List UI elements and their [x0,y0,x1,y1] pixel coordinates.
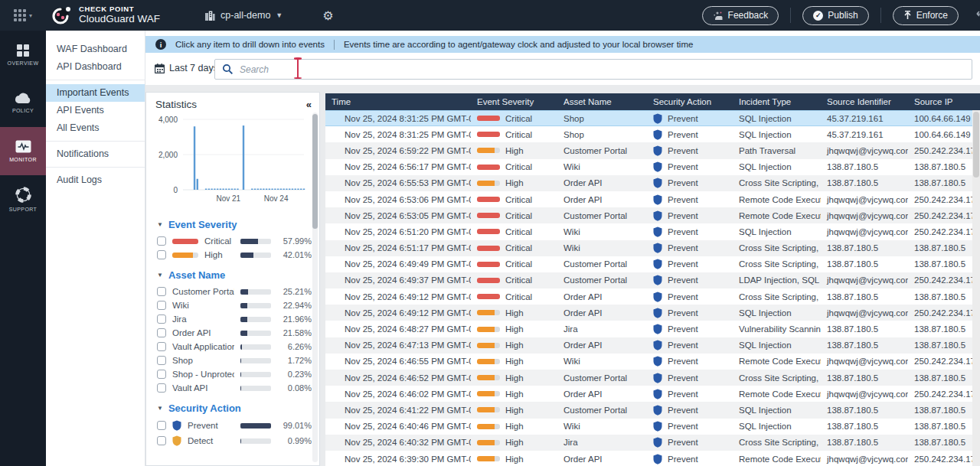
rail-item-label: OVERVIEW [8,60,39,66]
table-row[interactable]: Nov 25, 2024 8:31:25 PM GMT-05:00Critica… [325,110,980,126]
table-row[interactable]: Nov 25, 2024 6:39:30 PM GMT-05:00HighOrd… [325,451,980,466]
section-collapse-caret-icon[interactable]: ▼ [157,272,163,279]
filter-checkbox[interactable] [157,383,166,393]
subnav-item-notifications[interactable]: Notifications [46,145,145,163]
section-collapse-caret-icon[interactable]: ▼ [157,221,163,228]
cell-incident-type: SQL Injection [733,422,821,431]
chevron-down-icon: ▼ [276,11,283,19]
severity-label: High [505,373,524,383]
filter-checkbox[interactable] [157,436,166,445]
table-row[interactable]: Nov 25, 2024 6:51:20 PM GMT-05:00Critica… [325,223,980,240]
table-row[interactable]: Nov 25, 2024 6:51:17 PM GMT-05:00Critica… [325,240,980,256]
subnav-item-api-events[interactable]: API Events [46,102,145,119]
filter-checkbox[interactable] [157,250,166,259]
filter-section-title[interactable]: Event Severity [168,219,237,230]
rail-item-monitor[interactable]: MONITOR [0,127,46,175]
filter-section-title[interactable]: Security Action [168,402,241,414]
filter-item[interactable]: Customer Portal25.21% [146,285,319,298]
filter-checkbox[interactable] [157,236,166,246]
table-row[interactable]: Nov 25, 2024 6:56:17 PM GMT-05:00Critica… [325,159,980,175]
subnav-item-important-events[interactable]: Important Events [46,84,145,102]
action-label: Prevent [668,227,698,236]
subnav-item-api-dashboard[interactable]: API Dashboard [46,58,145,76]
table-row[interactable]: Nov 25, 2024 6:59:22 PM GMT-05:00HighCus… [325,142,980,158]
table-row[interactable]: Nov 25, 2024 6:49:49 PM GMT-05:00Critica… [325,256,980,272]
table-row[interactable]: Nov 25, 2024 6:48:27 PM GMT-05:00HighJir… [325,321,980,337]
filter-checkbox[interactable] [157,421,166,430]
table-row[interactable]: Nov 25, 2024 6:49:12 PM GMT-05:00Critica… [325,288,980,305]
filter-item[interactable]: Shop1.72% [146,354,319,367]
statistics-scrollbar[interactable] [312,112,318,462]
table-scrollbar[interactable] [972,110,980,466]
column-header-source-identifier[interactable]: Source Identifier [821,97,908,106]
prevent-shield-icon [653,178,662,188]
filter-checkbox[interactable] [157,301,166,310]
column-header-time[interactable]: Time [325,97,471,106]
table-row[interactable]: Nov 25, 2024 6:49:37 PM GMT-05:00Critica… [325,272,980,288]
search-input[interactable] [214,59,972,80]
table-row[interactable]: Nov 25, 2024 6:41:22 PM GMT-05:00HighCus… [325,402,980,418]
table-row[interactable]: Nov 25, 2024 6:40:46 PM GMT-05:00HighWik… [325,419,980,435]
filter-item[interactable]: Order API21.58% [146,326,319,340]
column-header-asset-name[interactable]: Asset Name [557,97,647,106]
table-row[interactable]: Nov 25, 2024 6:46:55 PM GMT-05:00HighWik… [325,354,980,370]
filter-item[interactable]: Jira21.96% [146,312,319,326]
table-row[interactable]: Nov 25, 2024 6:49:12 PM GMT-05:00HighOrd… [325,305,980,321]
revert-arrow-icon[interactable] [972,10,980,21]
column-header-incident-type[interactable]: Incident Type [733,97,821,106]
events-timeline-chart[interactable]: 02,0004,000Nov 21Nov 24 [152,113,310,211]
settings-gear-icon[interactable]: ⚙ [322,8,333,23]
filter-checkbox[interactable] [157,342,166,351]
publish-button[interactable]: ✓ Publish [802,6,868,25]
filter-item[interactable]: Vault API0.08% [146,381,319,395]
filter-item[interactable]: Vault Application6.26% [146,340,319,354]
table-row[interactable]: Nov 25, 2024 6:53:06 PM GMT-05:00Critica… [325,191,980,207]
scrollbar-thumb[interactable] [312,114,318,229]
filter-item[interactable]: Shop - Unprotected0.23% [146,367,319,381]
table-row[interactable]: Nov 25, 2024 6:40:32 PM GMT-05:00HighJir… [325,435,980,451]
filter-checkbox[interactable] [157,370,166,379]
subnav-item-all-events[interactable]: All Events [46,119,145,137]
table-row[interactable]: Nov 25, 2024 6:53:05 PM GMT-05:00Critica… [325,207,980,223]
severity-label: Critical [505,243,532,253]
table-row[interactable]: Nov 25, 2024 6:55:53 PM GMT-05:00HighOrd… [325,175,980,191]
severity-label: Critical [505,130,532,139]
filter-item-percentage: 6.26% [277,342,312,351]
filter-item[interactable]: Wiki22.94% [146,298,319,312]
column-header-security-action[interactable]: Security Action [647,97,733,106]
section-collapse-caret-icon[interactable]: ▼ [157,405,163,412]
subnav-item-audit-logs[interactable]: Audit Logs [46,171,145,189]
filter-checkbox[interactable] [157,287,166,296]
cell-asset-name: Wiki [557,422,647,431]
feedback-button[interactable]: Feedback [702,6,779,25]
table-row[interactable]: Nov 25, 2024 6:46:52 PM GMT-05:00HighCus… [325,370,980,386]
cell-incident-type: SQL Injection [733,114,821,123]
rail-item-support[interactable]: SUPPORT [0,175,46,223]
collapse-panel-icon[interactable]: « [306,99,312,109]
severity-label: High [505,308,524,318]
column-header-source-ip[interactable]: Source IP [908,97,980,106]
filter-section-title[interactable]: Asset Name [168,269,225,281]
filter-item[interactable]: High42.01% [146,248,319,262]
filter-item[interactable]: Critical57.99% [146,234,319,248]
filter-checkbox[interactable] [157,356,166,365]
filter-item-label: Order API [172,328,234,337]
column-header-event-severity[interactable]: Event Severity [471,97,557,106]
filter-item[interactable]: Detect0.99% [146,433,319,448]
table-row[interactable]: Nov 25, 2024 6:46:02 PM GMT-05:00HighOrd… [325,386,980,402]
filter-item[interactable]: Prevent99.01% [146,418,319,433]
app-launcher-icon[interactable]: ▾ [0,9,46,21]
rail-item-overview[interactable]: OVERVIEW [0,31,46,79]
tenant-selector[interactable]: cp-all-demo ▼ [204,10,283,21]
filter-checkbox[interactable] [157,328,166,337]
scrollbar-thumb[interactable] [973,112,979,178]
cell-source-ip: 138.87.180.5 [908,162,980,171]
rail-item-policy[interactable]: POLICY [0,79,46,127]
table-row[interactable]: Nov 25, 2024 8:31:25 PM GMT-05:00Critica… [325,126,980,142]
cell-source-identifier: jhqwqwj@vjcywq.com [821,357,908,366]
table-row[interactable]: Nov 25, 2024 6:47:13 PM GMT-05:00HighOrd… [325,337,980,354]
feedback-icon [713,11,724,21]
enforce-button[interactable]: Enforce [893,6,959,25]
filter-checkbox[interactable] [157,314,166,324]
subnav-item-waf-dashboard[interactable]: WAF Dashboard [46,41,145,58]
